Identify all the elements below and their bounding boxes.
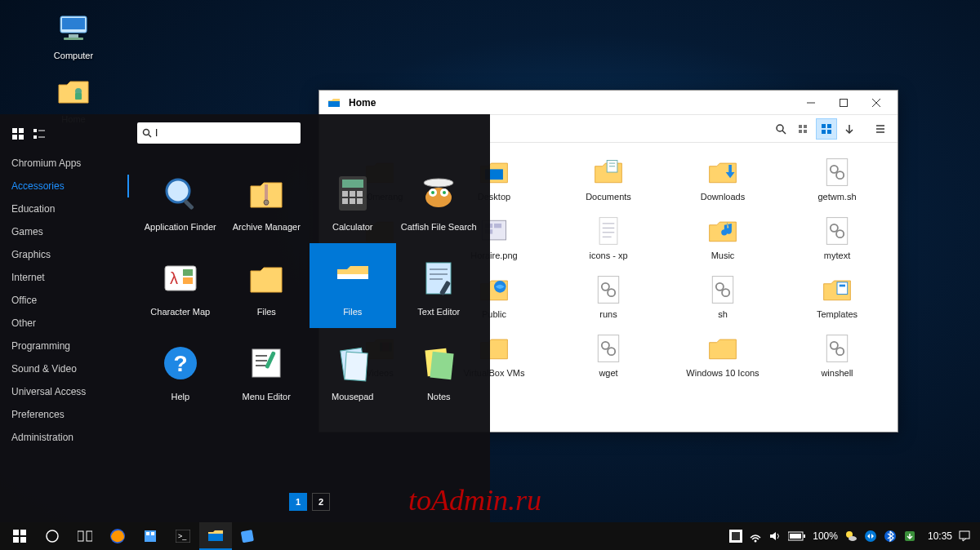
svg-rect-127 xyxy=(208,534,223,541)
svg-rect-65 xyxy=(19,128,24,133)
app-label: Files xyxy=(257,307,276,317)
desktop-icon-computer[interactable]: Computer xyxy=(41,8,106,60)
tray-app-icon[interactable] xyxy=(729,530,742,543)
maximize-button[interactable] xyxy=(827,92,860,113)
volume-icon[interactable] xyxy=(768,530,782,543)
calculator-icon xyxy=(332,173,373,214)
app-archive-mgr[interactable]: Archive Manager xyxy=(224,158,310,243)
category-sidebar: Chromium AppsAccessoriesEducationGamesGr… xyxy=(0,114,129,522)
file-item[interactable]: mytext xyxy=(780,211,894,264)
file-item[interactable]: wget xyxy=(551,329,666,381)
svg-line-12 xyxy=(782,131,786,134)
search-field[interactable] xyxy=(137,122,301,144)
titlebar[interactable]: Home xyxy=(319,91,898,115)
app-calculator[interactable]: Calculator xyxy=(310,158,396,243)
mousepad-icon xyxy=(332,343,373,384)
wifi-icon[interactable] xyxy=(749,530,762,543)
file-icon xyxy=(592,215,625,247)
app-app-finder[interactable]: Application Finder xyxy=(137,158,224,243)
watermark: toAdmin.ru xyxy=(408,483,541,517)
tray-update-icon[interactable] xyxy=(903,530,916,543)
file-item[interactable]: sh xyxy=(666,270,780,322)
bluetooth-icon[interactable] xyxy=(884,530,897,543)
svg-rect-123 xyxy=(146,532,149,535)
battery-icon[interactable] xyxy=(788,531,806,541)
app-launcher-icon[interactable] xyxy=(134,522,167,550)
file-icon xyxy=(821,332,853,365)
svg-rect-95 xyxy=(183,277,193,284)
category-other[interactable]: Other xyxy=(0,312,129,335)
svg-rect-6 xyxy=(328,101,340,107)
app-files2[interactable]: Files xyxy=(310,243,396,328)
category-administration[interactable]: Administration xyxy=(0,426,129,449)
page-1-button[interactable]: 1 xyxy=(289,493,307,511)
file-item[interactable]: winshell xyxy=(780,329,894,381)
svg-rect-114 xyxy=(13,530,19,535)
file-item[interactable]: Documents xyxy=(551,153,666,205)
app-texteditor[interactable]: Text Editor xyxy=(396,243,483,328)
category-preferences[interactable]: Preferences xyxy=(0,403,129,426)
list-view-button[interactable] xyxy=(793,118,814,140)
category-games[interactable]: Games xyxy=(0,220,129,243)
grid-view-button[interactable] xyxy=(816,118,837,140)
view-list-icon[interactable] xyxy=(33,127,46,140)
app-label: Character Map xyxy=(150,307,210,317)
category-education[interactable]: Education xyxy=(0,197,129,220)
file-item[interactable]: Templates xyxy=(780,270,894,322)
category-internet[interactable]: Internet xyxy=(0,266,129,289)
sort-button[interactable] xyxy=(839,118,860,140)
files1-icon xyxy=(246,258,287,299)
file-item[interactable]: Music xyxy=(666,211,780,264)
page-2-button[interactable]: 2 xyxy=(312,493,330,511)
search-input[interactable] xyxy=(155,127,296,139)
file-item[interactable]: Downloads xyxy=(666,153,780,205)
svg-point-137 xyxy=(865,530,876,542)
app-help[interactable]: ?Help xyxy=(137,328,224,413)
svg-rect-119 xyxy=(78,531,83,541)
category-graphics[interactable]: Graphics xyxy=(0,243,129,266)
close-button[interactable] xyxy=(860,92,893,113)
archive-mgr-icon xyxy=(246,173,287,214)
file-item[interactable]: icons - xp xyxy=(551,211,666,264)
svg-rect-105 xyxy=(252,349,280,377)
svg-rect-80 xyxy=(342,191,348,197)
tray-teamviewer-icon[interactable] xyxy=(864,530,877,543)
app-files1[interactable]: Files xyxy=(224,243,310,328)
file-item[interactable]: runs xyxy=(551,270,666,322)
start-button[interactable] xyxy=(3,522,36,550)
category-sound-video[interactable]: Sound & Video xyxy=(0,357,129,380)
view-grid-icon[interactable] xyxy=(11,127,24,140)
category-chromium-apps[interactable]: Chromium Apps xyxy=(0,152,129,175)
svg-rect-82 xyxy=(357,191,363,197)
firefox-icon[interactable] xyxy=(101,522,134,550)
file-label: icons - xp xyxy=(589,251,627,260)
category-accessories[interactable]: Accessories xyxy=(0,175,129,197)
app-taskbar-icon[interactable] xyxy=(232,522,265,550)
app-charmap[interactable]: λCharacter Map xyxy=(137,243,224,328)
minimize-button[interactable] xyxy=(795,92,827,113)
cortana-button[interactable] xyxy=(36,522,69,550)
task-view-button[interactable] xyxy=(69,522,101,550)
svg-rect-13 xyxy=(799,125,802,128)
category-office[interactable]: Office xyxy=(0,289,129,312)
search-button[interactable] xyxy=(770,118,791,140)
svg-rect-117 xyxy=(20,537,26,543)
svg-rect-2 xyxy=(69,34,78,38)
hamburger-menu-button[interactable] xyxy=(870,118,891,140)
app-mousepad[interactable]: Mousepad xyxy=(310,328,396,413)
app-catfish[interactable]: Catfish File Search xyxy=(396,158,483,243)
svg-rect-8 xyxy=(840,99,848,106)
svg-rect-3 xyxy=(64,38,83,40)
tray-weather-icon[interactable] xyxy=(844,530,858,543)
app-menueditor[interactable]: Menu Editor xyxy=(224,328,310,413)
file-manager-taskbar-icon[interactable] xyxy=(199,522,232,550)
category-programming[interactable]: Programming xyxy=(0,335,129,357)
terminal-icon[interactable]: >_ xyxy=(167,522,199,550)
app-notes[interactable]: Notes xyxy=(396,328,483,413)
file-item[interactable]: getwm.sh xyxy=(780,153,894,205)
category-universal-access[interactable]: Universal Access xyxy=(0,380,129,403)
notification-icon[interactable] xyxy=(959,530,970,542)
file-label: Windows 10 Icons xyxy=(686,368,759,378)
file-item[interactable]: Windows 10 Icons xyxy=(666,329,780,381)
start-menu: Chromium AppsAccessoriesEducationGamesGr… xyxy=(0,114,490,522)
